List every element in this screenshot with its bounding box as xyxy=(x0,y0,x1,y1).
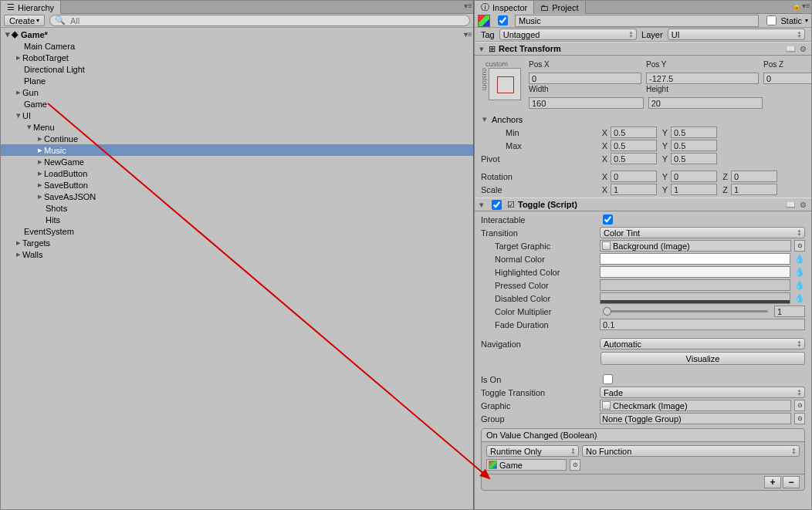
project-tab[interactable]: 🗀 Project xyxy=(534,1,585,14)
lock-icon[interactable]: 🔒 xyxy=(791,1,801,11)
tree-item[interactable]: ▸SaveButton xyxy=(1,179,473,191)
eyedropper-icon[interactable]: 💧 xyxy=(793,279,805,291)
tag-dropdown[interactable]: Untagged xyxy=(499,29,637,40)
group-field[interactable]: None (Toggle Group) xyxy=(600,413,791,424)
object-picker-button[interactable]: ⊙ xyxy=(794,400,805,411)
anchor-max-x[interactable] xyxy=(611,140,657,151)
scene-menu-icon[interactable]: ▾≡ xyxy=(463,29,473,39)
foldout-icon[interactable]: ▸ xyxy=(36,191,44,201)
tree-item[interactable]: Main Camera xyxy=(1,40,473,52)
foldout-icon[interactable]: ▸ xyxy=(36,180,44,190)
search-input[interactable] xyxy=(69,15,465,26)
rect-transform-header[interactable]: ▾ ⊞ Rect Transform 📖 ⚙ xyxy=(475,42,811,56)
tree-item[interactable]: ▸Continue xyxy=(1,133,473,144)
function-dropdown[interactable]: No Function xyxy=(582,445,800,457)
tree-item[interactable]: Plane xyxy=(1,75,473,86)
foldout-icon[interactable]: ▸ xyxy=(36,168,44,178)
gear-icon[interactable]: ⚙ xyxy=(798,44,808,54)
posy-input[interactable] xyxy=(646,73,759,84)
hierarchy-tab[interactable]: ☰ Hierarchy xyxy=(1,1,61,14)
foldout-icon[interactable]: ▸ xyxy=(15,238,22,248)
foldout-icon[interactable]: ▸ xyxy=(15,52,22,62)
anchor-min-y[interactable] xyxy=(671,127,717,138)
pivot-y[interactable] xyxy=(671,153,717,164)
height-input[interactable] xyxy=(648,97,763,109)
eyedropper-icon[interactable]: 💧 xyxy=(793,266,805,278)
scene-row[interactable]: ▾ ◈ Game* ▾≡ xyxy=(1,29,473,40)
tree-item[interactable]: ▸RobotTarget xyxy=(1,52,473,63)
highlighted-color-swatch[interactable] xyxy=(600,266,790,278)
normal-color-swatch[interactable] xyxy=(600,253,790,265)
eyedropper-icon[interactable]: 💧 xyxy=(793,292,805,304)
remove-event-button[interactable]: − xyxy=(783,476,800,488)
pivot-x[interactable] xyxy=(611,153,657,164)
tree-item[interactable]: EventSystem xyxy=(1,225,473,237)
tree-item[interactable]: ▸Walls xyxy=(1,248,473,260)
visualize-button[interactable]: Visualize xyxy=(601,352,805,365)
foldout-icon[interactable]: ▸ xyxy=(15,249,22,259)
tree-item-game[interactable]: Game xyxy=(1,98,473,110)
navigation-dropdown[interactable]: Automatic xyxy=(600,338,805,350)
foldout-icon[interactable]: ▾ xyxy=(25,122,33,132)
posx-input[interactable] xyxy=(529,73,641,84)
foldout-icon[interactable]: ▾ xyxy=(15,110,22,120)
toggle-transition-dropdown[interactable]: Fade xyxy=(600,387,805,398)
target-graphic-field[interactable]: Background (Image) xyxy=(600,240,791,252)
gear-icon[interactable]: ⚙ xyxy=(798,200,808,210)
interactable-checkbox[interactable] xyxy=(603,214,613,225)
color-multiplier-value[interactable] xyxy=(774,306,805,317)
foldout-icon[interactable]: ▾ xyxy=(478,200,486,210)
transition-dropdown[interactable]: Color Tint xyxy=(600,227,805,238)
object-picker-button[interactable]: ⊙ xyxy=(794,413,805,424)
inspector-tab[interactable]: ⓘ Inspector xyxy=(475,1,534,14)
is-on-checkbox[interactable] xyxy=(603,374,613,384)
foldout-icon[interactable]: ▸ xyxy=(36,133,44,144)
runtime-dropdown[interactable]: Runtime Only xyxy=(486,445,579,457)
hierarchy-search[interactable]: 🔍 xyxy=(49,15,470,26)
tree-item[interactable]: Shots xyxy=(1,202,473,214)
scale-x[interactable] xyxy=(611,184,657,195)
panel-menu-icon[interactable]: ▾≡ xyxy=(463,1,473,11)
static-checkbox[interactable] xyxy=(766,15,776,25)
foldout-icon[interactable]: ▸ xyxy=(15,87,22,97)
object-name-field[interactable] xyxy=(515,15,759,27)
toggle-component-header[interactable]: ▾ ☑ Toggle (Script) 📖 ⚙ xyxy=(475,198,811,211)
foldout-icon[interactable]: ▾ xyxy=(481,114,489,124)
component-enabled-checkbox[interactable] xyxy=(492,200,502,210)
rot-z[interactable] xyxy=(731,171,777,182)
rot-x[interactable] xyxy=(611,171,657,182)
anchor-min-x[interactable] xyxy=(611,127,657,138)
anchor-preset-button[interactable] xyxy=(489,68,521,100)
gameobject-icon[interactable] xyxy=(478,15,490,27)
disabled-color-swatch[interactable] xyxy=(600,292,790,304)
active-checkbox[interactable] xyxy=(498,15,508,25)
foldout-icon[interactable]: ▾ xyxy=(4,29,12,39)
add-event-button[interactable]: + xyxy=(764,476,781,488)
fade-duration-input[interactable] xyxy=(600,319,805,330)
eyedropper-icon[interactable]: 💧 xyxy=(793,253,805,265)
scale-y[interactable] xyxy=(671,184,717,195)
tree-item[interactable]: ▸NewGame xyxy=(1,156,473,167)
tree-item[interactable]: ▸SaveAsJSON xyxy=(1,191,473,202)
object-picker-button[interactable]: ⊙ xyxy=(794,240,805,252)
tree-item-music[interactable]: ▸Music xyxy=(1,144,473,156)
scale-z[interactable] xyxy=(731,184,777,195)
pressed-color-swatch[interactable] xyxy=(600,279,790,291)
width-input[interactable] xyxy=(529,97,644,109)
layer-dropdown[interactable]: UI xyxy=(668,29,805,40)
panel-menu-icon[interactable]: ▾≡ xyxy=(801,1,811,11)
color-multiplier-slider[interactable] xyxy=(603,310,768,312)
create-button[interactable]: Create ▾ xyxy=(4,15,45,26)
foldout-icon[interactable]: ▸ xyxy=(36,157,44,167)
tree-item[interactable]: Directional Light xyxy=(1,63,473,75)
help-icon[interactable]: 📖 xyxy=(785,44,795,54)
tree-item[interactable]: ▸Gun xyxy=(1,86,473,98)
static-dropdown-icon[interactable]: ▾ xyxy=(805,17,808,24)
rot-y[interactable] xyxy=(671,171,717,182)
help-icon[interactable]: 📖 xyxy=(785,200,795,210)
event-object-field[interactable]: Game xyxy=(486,459,567,471)
tree-item[interactable]: ▸Targets xyxy=(1,237,473,248)
anchor-max-y[interactable] xyxy=(671,140,717,151)
graphic-field[interactable]: Checkmark (Image) xyxy=(600,400,791,411)
tree-item[interactable]: ▸LoadButton xyxy=(1,167,473,179)
